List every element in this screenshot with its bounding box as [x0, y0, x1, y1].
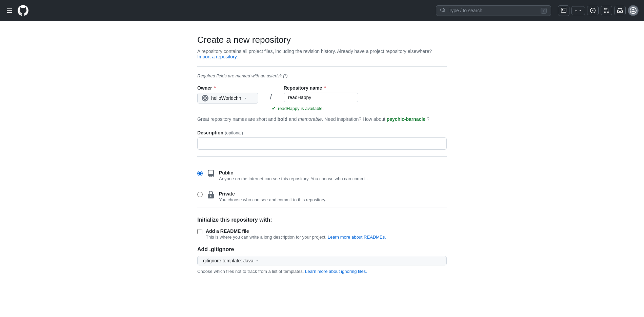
terminal-icon	[561, 7, 566, 14]
owner-label: Owner *	[197, 85, 258, 91]
inspiration-text: Great repository names are short and bol…	[197, 116, 447, 122]
readme-desc: This is where you can write a long descr…	[206, 235, 386, 240]
public-radio-content: Public Anyone on the internet can see th…	[219, 170, 368, 181]
inbox-button[interactable]	[614, 6, 626, 15]
private-radio-content: Private You choose who can see and commi…	[219, 191, 326, 202]
required-note: Required fields are marked with an aster…	[197, 73, 447, 78]
visibility-section: Public Anyone on the internet can see th…	[197, 165, 447, 207]
readme-learn-more-link[interactable]: Learn more about READMEs.	[328, 235, 386, 240]
owner-field: Owner * helloWorldchn	[197, 85, 258, 104]
slash-separator: /	[266, 93, 276, 101]
gitignore-learn-more-link[interactable]: Learn more about ignoring files.	[305, 269, 367, 274]
page-title: Create a new repository	[197, 35, 447, 45]
search-bar[interactable]: Type / to search /	[436, 5, 551, 16]
menu-button[interactable]	[5, 6, 14, 15]
readme-checkbox[interactable]	[197, 229, 202, 234]
main-content: Create a new repository A repository con…	[0, 21, 644, 317]
init-title: Initialize this repository with:	[197, 217, 447, 223]
desc-label: Description (optional)	[197, 130, 447, 135]
header-actions: +	[558, 5, 639, 16]
repo-name-label: Repository name *	[284, 85, 358, 91]
header: Type / to search / +	[0, 0, 644, 21]
availability-message: ✔ readHappy is available.	[272, 106, 447, 111]
owner-avatar	[202, 95, 208, 101]
readme-option: Add a README file This is where you can …	[197, 228, 447, 240]
search-icon	[440, 7, 446, 14]
avatar-button[interactable]	[628, 5, 639, 16]
chevron-down-icon	[244, 96, 247, 100]
subtitle-text: A repository contains all project files,…	[197, 49, 447, 59]
inspiration-suggestion-link[interactable]: psychic-barnacle	[387, 116, 425, 122]
public-radio[interactable]	[197, 171, 203, 176]
repo-name-field: Repository name * readHappy	[284, 85, 358, 104]
public-option: Public Anyone on the internet can see th…	[197, 165, 447, 186]
terminal-button[interactable]	[558, 5, 569, 16]
readme-content: Add a README file This is where you can …	[206, 228, 386, 240]
description-input[interactable]	[197, 137, 447, 150]
gitignore-section: Add .gitignore .gitignore template: Java…	[197, 246, 447, 274]
private-option: Private You choose who can see and commi…	[197, 186, 447, 207]
issues-button[interactable]	[587, 6, 599, 15]
public-repo-icon	[207, 170, 215, 180]
divider-2	[197, 156, 447, 157]
gitignore-note: Choose which files not to track from a l…	[197, 269, 447, 274]
gitignore-title: Add .gitignore	[197, 246, 447, 253]
search-text: Type / to search	[448, 8, 538, 13]
init-section: Initialize this repository with: Add a R…	[197, 217, 447, 240]
import-link[interactable]: Import a repository.	[197, 54, 238, 59]
form-container: Create a new repository A repository con…	[186, 35, 458, 274]
check-icon: ✔	[272, 106, 276, 111]
gitignore-template-select[interactable]: .gitignore template: Java	[197, 256, 447, 265]
repo-name-input[interactable]: readHappy	[284, 93, 358, 102]
divider-1	[197, 66, 447, 67]
private-radio[interactable]	[197, 192, 203, 197]
owner-value: helloWorldchn	[211, 95, 241, 101]
pull-requests-button[interactable]	[601, 6, 612, 15]
new-button[interactable]: +	[571, 6, 585, 15]
lock-icon	[207, 191, 215, 201]
chevron-down-icon-gitignore	[256, 259, 259, 262]
search-kbd: /	[541, 8, 547, 14]
owner-select[interactable]: helloWorldchn	[197, 93, 258, 104]
plus-icon: +	[575, 8, 577, 13]
github-logo	[18, 5, 28, 16]
avatar	[628, 5, 639, 16]
